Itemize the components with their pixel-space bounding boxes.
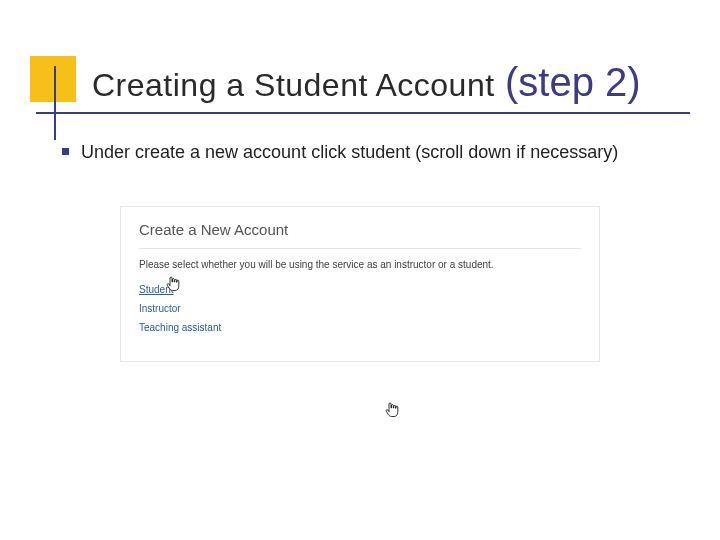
- screenshot-prompt: Please select whether you will be using …: [139, 259, 581, 270]
- link-student[interactable]: Student: [139, 284, 581, 295]
- embedded-screenshot: Create a New Account Please select wheth…: [120, 206, 600, 362]
- link-instructor[interactable]: Instructor: [139, 303, 581, 314]
- hand-cursor-icon: [385, 402, 399, 418]
- bullet-text: Under create a new account click student…: [81, 140, 618, 164]
- horizontal-rule: [36, 112, 690, 114]
- screenshot-divider: [139, 248, 581, 249]
- title-main-text: Creating a Student Account: [92, 67, 495, 103]
- vertical-rule: [54, 66, 56, 140]
- title-step-text: (step 2): [505, 60, 641, 104]
- accent-square: [30, 56, 76, 102]
- slide: Creating a Student Account (step 2) Unde…: [0, 0, 720, 540]
- slide-title: Creating a Student Account (step 2): [92, 60, 696, 105]
- slide-body: Under create a new account click student…: [62, 140, 680, 180]
- link-teaching-assistant[interactable]: Teaching assistant: [139, 322, 581, 333]
- hand-cursor-icon: [166, 276, 180, 292]
- bullet-square-icon: [62, 148, 69, 155]
- bullet-item: Under create a new account click student…: [62, 140, 680, 164]
- screenshot-heading: Create a New Account: [139, 221, 581, 238]
